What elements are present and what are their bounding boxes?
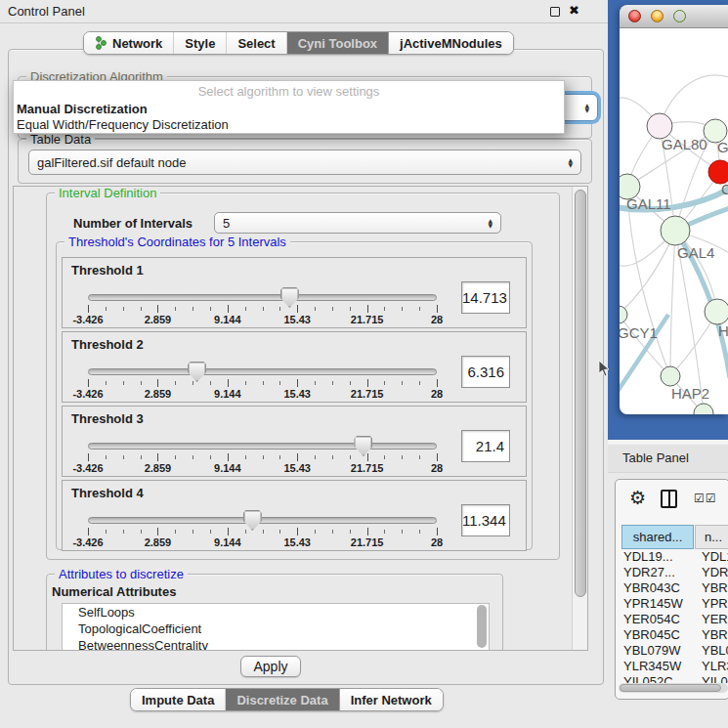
column-header-name[interactable]: n... (695, 525, 728, 549)
table-panel-title: Table Panel (622, 450, 689, 465)
threshold-2-slider[interactable] (88, 368, 437, 375)
table-header-row: shared... n... (616, 525, 728, 549)
table-row[interactable]: YBR043CYBR0 (616, 580, 728, 596)
tab-infer-network[interactable]: Infer Network (339, 689, 443, 710)
tab-discretize-data[interactable]: Discretize Data (225, 689, 338, 710)
threshold-4-label: Threshold 4 (71, 486, 144, 500)
attributes-list-scrollbar[interactable] (477, 605, 487, 648)
table-row[interactable]: YLR345WYLR3 (616, 659, 728, 674)
node-label-ga: GA (717, 139, 728, 155)
node-label-gal11: GAL11 (626, 195, 671, 212)
column-header-shared[interactable]: shared... (621, 525, 694, 549)
cell-shared-name: YBR045C (623, 627, 680, 643)
threshold-3-label: Threshold 3 (71, 411, 144, 426)
scale-tick-label: 21.715 (351, 388, 384, 400)
threshold-1-slider[interactable] (88, 294, 437, 301)
threshold-4-value-field[interactable]: 11.344 (461, 504, 510, 536)
gear-icon[interactable]: ⚙ (629, 487, 646, 508)
node-label-gcy1: GCY1 (620, 324, 658, 341)
table-data-group: Table Data galFiltered.sif default node … (18, 139, 592, 184)
network-canvas[interactable]: GAL80GACGAL11GAL4GCY1HHAP2 (620, 28, 728, 414)
right-node[interactable] (705, 299, 728, 324)
table-data-legend: Table Data (26, 132, 95, 147)
threshold-4-slider[interactable] (88, 517, 437, 524)
scale-tick-label: 9.144 (214, 388, 241, 400)
table-row[interactable]: YBL079WYBL0 (616, 643, 728, 659)
threshold-1-row: Threshold 1 -3.4262.8599.14415.4321.7152… (62, 257, 527, 328)
slider-ticks (88, 305, 437, 314)
table-data-combobox[interactable]: galFiltered.sif default node ▲▼ (28, 150, 581, 175)
scale-tick-label: 2.859 (145, 314, 172, 325)
table-row[interactable]: YDR27...YDR2 (616, 565, 728, 580)
node-label-gal80: GAL80 (662, 136, 707, 152)
tab-impute-data[interactable]: Impute Data (131, 689, 225, 710)
table-row[interactable]: YDL19...YDL1 (616, 549, 728, 565)
hap2-node[interactable] (661, 366, 680, 386)
close-traffic-light[interactable] (628, 10, 641, 22)
settings-scrollbar-thumb[interactable] (575, 190, 586, 597)
threshold-1-value-field[interactable]: 14.713 (461, 281, 510, 314)
slider-ticks (88, 528, 437, 536)
scale-tick-label: 9.144 (214, 536, 241, 548)
numerical-attributes-list[interactable]: SelfLoopsTopologicalCoefficientBetweenne… (62, 603, 490, 651)
cell-shared-name: YDL19... (623, 549, 673, 565)
float-window-icon[interactable] (550, 7, 560, 17)
table-row[interactable]: YIL052CYIL0 (616, 674, 728, 683)
tab-cyni-toolbox[interactable]: Cyni Toolbox (286, 32, 388, 54)
number-of-intervals-combobox[interactable]: 5 ▲▼ (214, 212, 501, 234)
checkboxes-icon[interactable]: ☑☑ (694, 492, 717, 505)
thresholds-legend: Threshold's Coordinates for 5 Intervals (64, 235, 290, 249)
attribute-item-selfloops[interactable]: SelfLoops (63, 604, 489, 621)
cell-name: YBR0 (702, 580, 728, 596)
dropdown-placeholder: Select algorithm to view settings (14, 84, 564, 102)
network-frame: GAL80GACGAL11GAL4GCY1HHAP2 (608, 0, 728, 440)
cell-shared-name: YER054C (623, 612, 680, 627)
tab-network[interactable]: Network (84, 32, 173, 54)
dropdown-option-manual-discretization[interactable]: Manual Discretization (14, 102, 564, 117)
threshold-3-value-field[interactable]: 21.4 (461, 430, 510, 462)
scale-tick-label: 15.43 (283, 388, 311, 400)
table-row[interactable]: YER054CYER0 (616, 612, 728, 627)
scale-tick-label: 21.715 (351, 462, 384, 474)
algorithm-dropdown-popup: Select algorithm to view settings Manual… (13, 80, 565, 134)
cell-shared-name: YDR27... (623, 565, 675, 580)
cell-shared-name: YBR043C (623, 580, 680, 596)
columns-icon[interactable] (661, 490, 677, 508)
network-window-titlebar[interactable] (620, 5, 728, 28)
network-edge (670, 231, 675, 376)
cell-name: YPR1 (702, 596, 728, 612)
scale-tick-label: -3.426 (72, 388, 103, 400)
scale-tick-label: 2.859 (145, 536, 172, 548)
attributes-legend: Attributes to discretize (55, 567, 188, 581)
cell-shared-name: YLR345W (623, 659, 681, 674)
tab-style[interactable]: Style (173, 32, 226, 54)
tab-label: Style (185, 36, 215, 51)
control-panel-titlebar: Control Panel ✖ (0, 0, 608, 23)
cell-name: YLR3 (702, 659, 728, 674)
cell-shared-name: YIL052C (623, 674, 673, 683)
zoom-traffic-light[interactable] (673, 10, 686, 22)
network-graph[interactable]: GAL80GACGAL11GAL4GCY1HHAP2 (620, 28, 728, 414)
apply-button[interactable]: Apply (240, 656, 301, 677)
threshold-2-label: Threshold 2 (71, 337, 144, 352)
slider-scale-labels: -3.4262.8599.14415.4321.71528 (88, 314, 437, 325)
attribute-item-betweennesscentrality[interactable]: BetweennessCentrality (63, 637, 489, 651)
scale-tick-label: 28 (431, 314, 443, 325)
settings-scrollbar-track[interactable] (572, 187, 588, 650)
table-row[interactable]: YPR145WYPR1 (616, 596, 728, 612)
gcy1-node[interactable] (620, 306, 627, 323)
threshold-3-slider[interactable] (88, 443, 437, 450)
gal4-node[interactable] (661, 216, 690, 245)
node-label-c: C (721, 181, 728, 197)
table-hscrollbar-thumb[interactable] (620, 684, 721, 692)
minimize-traffic-light[interactable] (651, 10, 664, 22)
tab-select[interactable]: Select (226, 32, 285, 54)
tab-label: Impute Data (142, 693, 214, 707)
close-icon[interactable]: ✖ (569, 3, 579, 18)
attribute-item-topologicalcoefficient[interactable]: TopologicalCoefficient (63, 621, 489, 637)
table-hscrollbar-track[interactable] (619, 683, 728, 693)
tab-jactivemnodules[interactable]: jActiveMNodules (388, 32, 513, 54)
dropdown-option-equal-width-frequency[interactable]: Equal Width/Frequency Discretization (14, 117, 564, 133)
threshold-2-value-field[interactable]: 6.316 (461, 356, 510, 388)
table-row[interactable]: YBR045CYBR0 (616, 627, 728, 643)
